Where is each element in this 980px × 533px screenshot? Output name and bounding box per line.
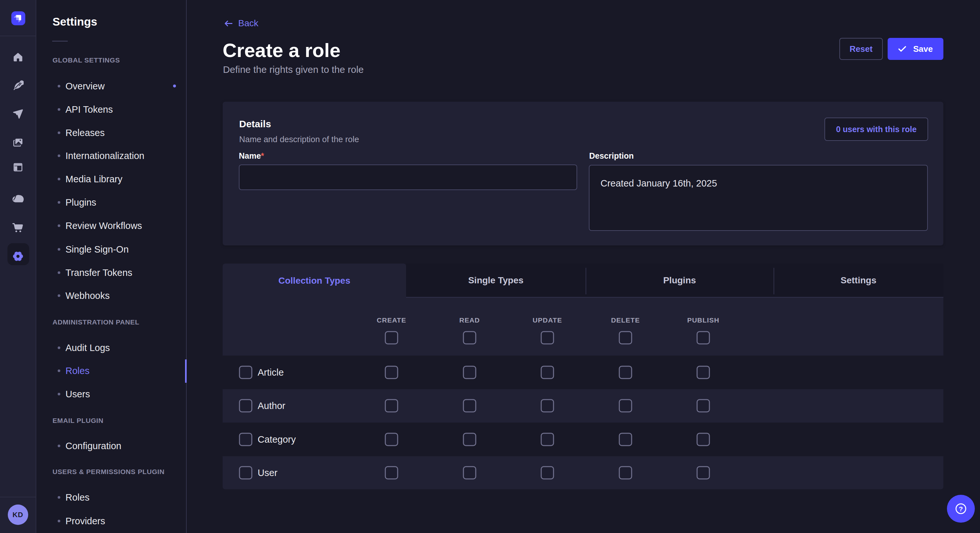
svg-text:?: ?	[959, 505, 963, 512]
